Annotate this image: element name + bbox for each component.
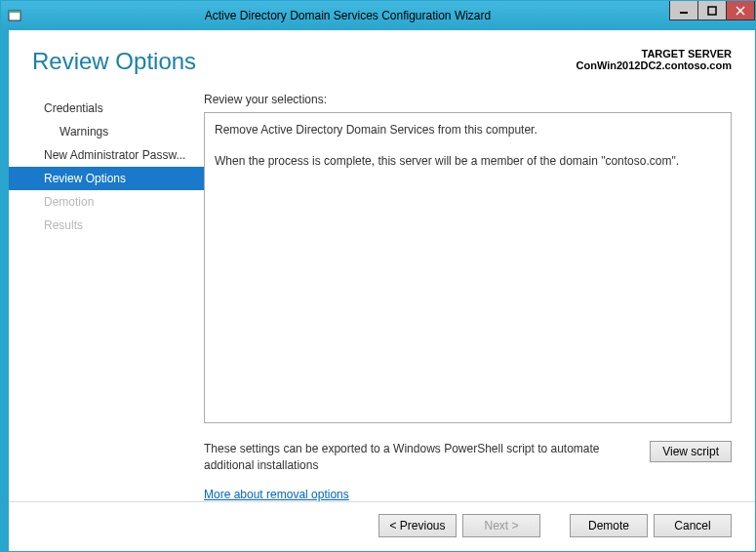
- review-selections-box[interactable]: Remove Active Directory Domain Services …: [204, 112, 732, 423]
- wizard-window: Active Directory Domain Services Configu…: [0, 0, 756, 552]
- previous-button[interactable]: < Previous: [378, 514, 457, 537]
- window-title: Active Directory Domain Services Configu…: [28, 9, 755, 22]
- svg-rect-3: [708, 7, 716, 15]
- window-controls: [670, 1, 755, 20]
- sidebar-item-new-admin-password[interactable]: New Administrator Passw...: [9, 143, 204, 167]
- header: Review Options TARGET SERVER ConWin2012D…: [9, 30, 755, 83]
- spacer: [546, 514, 564, 537]
- demote-button[interactable]: Demote: [570, 514, 648, 537]
- export-description: These settings can be exported to a Wind…: [204, 441, 638, 474]
- main-panel: Review your selections: Remove Active Di…: [204, 93, 732, 501]
- titlebar: Active Directory Domain Services Configu…: [1, 1, 755, 30]
- minimize-button[interactable]: [669, 1, 698, 20]
- review-line: Remove Active Directory Domain Services …: [215, 121, 721, 138]
- review-line: When the process is complete, this serve…: [215, 152, 721, 170]
- review-heading: Review your selections:: [204, 93, 732, 106]
- cancel-button[interactable]: Cancel: [654, 514, 732, 537]
- sidebar-item-credentials[interactable]: Credentials: [9, 97, 204, 120]
- sidebar-item-warnings[interactable]: Warnings: [9, 120, 204, 143]
- wizard-steps-sidebar: Credentials Warnings New Administrator P…: [9, 93, 204, 501]
- page-title: Review Options: [32, 48, 196, 75]
- spacer: [215, 138, 721, 152]
- maximize-button[interactable]: [697, 1, 727, 20]
- app-icon: [7, 8, 22, 23]
- svg-rect-1: [9, 11, 20, 13]
- export-row: These settings can be exported to a Wind…: [204, 441, 732, 474]
- sidebar-item-results: Results: [9, 214, 204, 237]
- target-server-box: TARGET SERVER ConWin2012DC2.contoso.com: [577, 48, 732, 71]
- footer: < Previous Next > Demote Cancel: [9, 501, 755, 551]
- content: Review Options TARGET SERVER ConWin2012D…: [9, 30, 755, 551]
- close-button[interactable]: [726, 1, 755, 20]
- main-row: Credentials Warnings New Administrator P…: [9, 83, 755, 501]
- body: Review Options TARGET SERVER ConWin2012D…: [1, 30, 755, 551]
- more-about-removal-link[interactable]: More about removal options: [204, 488, 732, 501]
- sidebar-item-review-options[interactable]: Review Options: [9, 167, 204, 190]
- left-accent: [1, 30, 9, 551]
- view-script-button[interactable]: View script: [650, 441, 732, 462]
- target-server-name: ConWin2012DC2.contoso.com: [577, 59, 732, 71]
- sidebar-item-demotion: Demotion: [9, 190, 204, 214]
- target-server-label: TARGET SERVER: [577, 48, 732, 59]
- next-button: Next >: [462, 514, 540, 537]
